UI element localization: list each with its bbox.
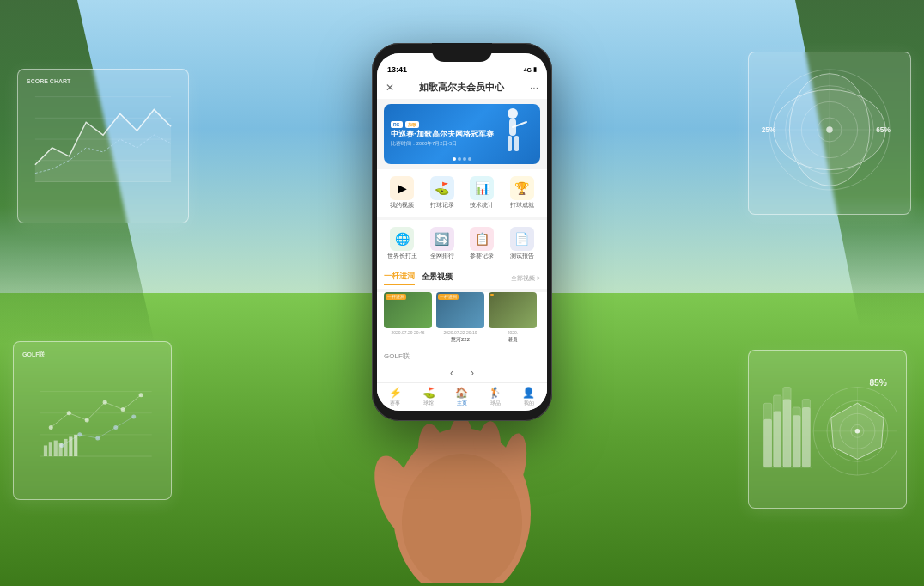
video-thumb-1: 一杆进洞 <box>384 292 432 328</box>
status-time: 13:41 <box>387 65 407 74</box>
menu-item-world[interactable]: 🌐 世界长打王 <box>384 223 421 264</box>
menu-icon-records: ⛳ <box>430 176 454 200</box>
menu-label-world: 世界长打王 <box>387 253 417 260</box>
bottom-nav: ⚡ 赛事 ⛳ 球馆 🏠 主页 🏌 球品 👤 我的 <box>377 382 547 411</box>
menu-item-achievements[interactable]: 🏆 打球成就 <box>504 173 541 213</box>
holo-panel-top-left: SCORE CHART <box>17 69 189 223</box>
status-icons: 4G ▮ <box>524 66 537 73</box>
menu-label-report: 测试报告 <box>510 253 534 260</box>
svg-point-59 <box>508 108 518 119</box>
phone: 13:41 4G ▮ ✕ 如歌高尔夫会员中心 ··· RG 加歌 <box>372 43 552 421</box>
close-button[interactable]: ✕ <box>386 82 394 94</box>
nav-label-events: 赛事 <box>390 400 400 407</box>
nav-icon-home: 🏠 <box>455 387 468 399</box>
menu-icon-stats: 📊 <box>470 176 494 200</box>
svg-text:65%: 65% <box>876 125 891 134</box>
video-card-3[interactable]: 2020. 谌贵 <box>489 292 537 344</box>
video-name-3: 谌贵 <box>489 336 537 344</box>
nav-label-courses: 球馆 <box>423 400 434 407</box>
battery-icon: ▮ <box>533 66 537 73</box>
menu-item-my-video[interactable]: ▶ 我的视频 <box>384 173 421 213</box>
banner-dot-3 <box>463 157 466 161</box>
svg-rect-46 <box>793 415 800 467</box>
video-tag-3 <box>490 294 494 296</box>
svg-rect-34 <box>54 441 58 456</box>
nav-arrow-right[interactable]: › <box>471 367 474 379</box>
menu-icon-world: 🌐 <box>390 227 414 251</box>
menu-label-competition: 参赛记录 <box>470 253 494 260</box>
menu-icon-ranking: 🔄 <box>430 227 454 251</box>
banner-dot-2 <box>458 157 461 161</box>
banner-logos: RG 加歌 <box>391 121 533 128</box>
signal-icon: 4G <box>524 67 532 73</box>
tab-hole-in-one[interactable]: 一杆进洞 <box>384 271 415 285</box>
video-tag-2: 一杆进洞 <box>438 294 459 300</box>
tab-panorama[interactable]: 全景视频 <box>422 272 453 284</box>
menu-item-stats[interactable]: 📊 技术统计 <box>464 173 501 213</box>
video-date-3: 2020. <box>489 330 537 335</box>
nav-item-shop[interactable]: 🏌 球品 <box>489 387 502 407</box>
menu-icon-competition: 📋 <box>470 227 494 251</box>
video-name-2: 慧河222 <box>436 336 484 344</box>
menu-item-ranking[interactable]: 🔄 全网排行 <box>424 223 461 264</box>
banner[interactable]: RG 加歌 中巡赛·加歌高尔夫网格冠军赛 比赛时间：2020年7月2日-5日 <box>384 104 540 164</box>
menu-item-report[interactable]: 📄 测试报告 <box>504 223 541 264</box>
video-card-2[interactable]: 一杆进洞 2020.07.22 20:19 慧河222 <box>436 292 484 344</box>
phone-screen: 13:41 4G ▮ ✕ 如歌高尔夫会员中心 ··· RG 加歌 <box>377 53 547 411</box>
menu-icon-video: ▶ <box>390 176 414 200</box>
radar-chart-svg: 25% 65% <box>757 61 902 198</box>
nav-item-events[interactable]: ⚡ 赛事 <box>389 387 402 407</box>
svg-text:25%: 25% <box>762 125 776 134</box>
menu-item-competition[interactable]: 📋 参赛记录 <box>464 223 501 264</box>
nav-arrows: ‹ › <box>377 363 547 382</box>
menu-grid-row1: ▶ 我的视频 ⛳ 打球记录 📊 技术统计 🏆 打球成就 <box>377 169 547 217</box>
nav-item-courses[interactable]: ⛳ 球馆 <box>422 387 435 407</box>
svg-rect-33 <box>49 442 52 456</box>
nav-icon-courses: ⛳ <box>422 387 435 399</box>
more-button[interactable]: ··· <box>530 82 538 94</box>
menu-label-achievements: 打球成就 <box>510 202 534 210</box>
menu-grid-row2: 🌐 世界长打王 🔄 全网排行 📋 参赛记录 📄 测试报告 <box>377 220 547 267</box>
nav-label-shop: 球品 <box>490 400 501 407</box>
video-thumb-3 <box>489 292 537 328</box>
video-thumb-2: 一杆进洞 <box>436 292 484 328</box>
golf-section-label: GOLF联 <box>377 349 547 363</box>
holo-panel-bottom-left: GOLF联 <box>13 341 172 500</box>
banner-title: 中巡赛·加歌高尔夫网格冠军赛 <box>391 130 533 140</box>
banner-dots <box>453 157 471 161</box>
line-chart-svg <box>27 88 179 199</box>
banner-logo-jiage: 加歌 <box>405 121 419 128</box>
tab-more[interactable]: 全部视频 > <box>511 274 540 283</box>
nav-icon-profile: 👤 <box>522 387 535 399</box>
video-date-2: 2020.07.22 20:19 <box>436 330 484 335</box>
svg-rect-32 <box>44 445 47 456</box>
app-title: 如歌高尔夫会员中心 <box>419 81 504 94</box>
banner-logo-rg: RG <box>391 121 403 128</box>
svg-rect-36 <box>64 439 67 456</box>
svg-rect-40 <box>763 419 771 467</box>
menu-label-video: 我的视频 <box>390 202 414 210</box>
nav-label-profile: 我的 <box>524 400 534 407</box>
nav-item-profile[interactable]: 👤 我的 <box>522 387 535 407</box>
chart-title-bl: GOLF联 <box>22 351 162 359</box>
menu-item-records[interactable]: ⛳ 打球记录 <box>424 173 461 213</box>
banner-dot-4 <box>468 157 471 161</box>
app-header: ✕ 如歌高尔夫会员中心 ··· <box>377 77 547 99</box>
video-date-1: 2020.07.29 20:46 <box>384 330 432 335</box>
svg-marker-5 <box>35 109 171 181</box>
video-list: 一杆进洞 2020.07.29 20:46 一杆进洞 2020.07.22 20… <box>377 292 547 349</box>
banner-dot-1 <box>453 157 456 161</box>
nav-icon-events: ⚡ <box>389 387 402 399</box>
nav-item-home[interactable]: 🏠 主页 <box>455 387 468 407</box>
chart-title-tl: SCORE CHART <box>27 78 179 84</box>
svg-rect-42 <box>774 412 781 467</box>
svg-rect-38 <box>74 435 77 456</box>
phone-wrapper: 13:41 4G ▮ ✕ 如歌高尔夫会员中心 ··· RG 加歌 <box>372 43 552 421</box>
scatter-bar-svg <box>22 363 162 474</box>
nav-arrow-left[interactable]: ‹ <box>450 367 453 379</box>
video-card-1[interactable]: 一杆进洞 2020.07.29 20:46 <box>384 292 432 344</box>
nav-icon-shop: 🏌 <box>489 387 502 399</box>
menu-label-records: 打球记录 <box>430 202 454 210</box>
svg-rect-44 <box>783 400 791 467</box>
golf-label: GOLF联 <box>384 352 410 360</box>
